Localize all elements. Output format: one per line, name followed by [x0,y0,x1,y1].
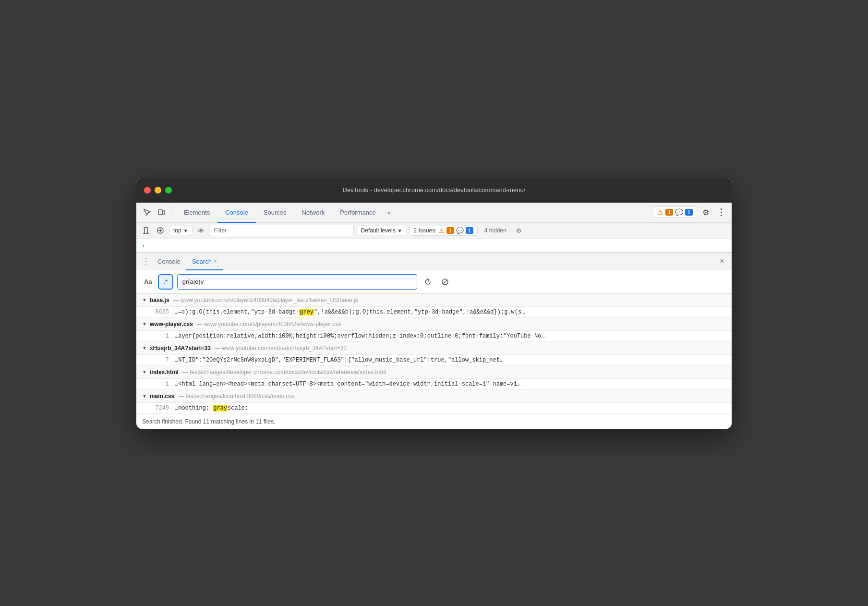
collapse-triangle-icon: ▼ [142,369,147,375]
panel-tabbar: ⋮ Console Search × × [136,253,732,270]
result-filename: base.js [150,297,169,303]
more-options-button[interactable]: ⋮ [714,206,728,219]
toolbar-divider-1 [171,206,171,218]
console-toolbar: top ▼ 👁 Default levels ▼ 2 Issues: ⚠ 1 💬… [136,223,732,239]
panel-dots-button[interactable]: ⋮ [140,255,152,267]
chat-icon: 💬 [675,208,683,216]
chevron-row: › [136,239,732,253]
result-file-url: — www.youtube.com/embed/xHusjrb_34A?star… [215,345,347,351]
search-input[interactable] [177,274,417,290]
line-number: 7249 [150,405,169,412]
issues-info-count: 1 [685,209,693,216]
cancel-search-button[interactable] [438,275,452,289]
eye-button[interactable]: 👁 [195,225,207,236]
devtools-window: DevTools - developer.chrome.com/docs/dev… [136,178,732,429]
result-line[interactable]: 1 …ayer{position:relative;width:100%;hei… [136,331,732,342]
collapse-triangle-icon: ▼ [142,345,147,351]
issues-badge[interactable]: ⚠ 1 💬 1 [653,206,697,218]
refresh-search-button[interactable] [421,275,434,289]
window-title: DevTools - developer.chrome.com/docs/dev… [343,186,526,194]
tab-elements[interactable]: Elements [176,203,217,223]
result-file-header-embed[interactable]: ▼ xHusjrb_34A?start=33 — www.youtube.com… [136,342,732,355]
filter-button[interactable] [155,225,166,236]
context-selector[interactable]: top ▼ [169,226,193,235]
line-text: …NT_ID":"2OeQYs2rNcSnW8yxpLgD","EXPERIME… [175,357,503,364]
result-line[interactable]: 7 …NT_ID":"2OeQYs2rNcSnW8yxpLgD","EXPERI… [136,355,732,366]
svg-rect-0 [158,210,162,215]
result-file-url: — www.youtube.com/s/player/c403842a/play… [173,297,358,303]
tab-network[interactable]: Network [294,203,333,223]
main-tab-bar: Elements Console Sources Network Perform… [176,203,395,222]
device-toggle-button[interactable] [155,206,168,219]
collapse-triangle-icon: ▼ [142,321,147,327]
tab-more-button[interactable]: » [384,203,395,222]
close-button[interactable] [144,187,151,194]
hidden-count: 4 hidden [481,226,510,235]
line-text: …moothing: grayscale; [175,405,248,412]
collapse-triangle-icon: ▼ [142,393,147,399]
warn-icon-mini: ⚠ [439,227,445,234]
maximize-button[interactable] [165,187,172,194]
use-regex-button[interactable]: .* [158,274,173,290]
svg-rect-1 [163,211,165,214]
panel-tab-search-close[interactable]: × [214,258,217,265]
line-text: …=c);g.O(this.element,"ytp-3d-badge-grey… [175,309,525,315]
console-issues-badge[interactable]: 2 Issues: ⚠ 1 💬 1 [410,226,478,236]
result-file-url: — tests/changes/developer.chrome.com/doc… [182,369,386,376]
result-filename: index.html [150,369,179,376]
dropdown-arrow-icon: ▼ [183,228,188,233]
traffic-lights [144,187,172,194]
result-filename: xHusjrb_34A?start=33 [150,345,211,351]
collapse-triangle-icon: ▼ [142,297,147,303]
match-case-button[interactable]: Aa [142,277,154,286]
result-file-header-maincss[interactable]: ▼ main.css — tests/changes/localhost:808… [136,390,732,403]
search-bar: Aa .* [136,270,732,294]
result-filename: main.css [150,393,174,400]
line-number: 1 [150,333,169,339]
inspect-element-button[interactable] [140,206,154,219]
search-results: ▼ base.js — www.youtube.com/s/player/c40… [136,294,732,429]
issues-warn-mini: 1 [446,227,454,234]
result-file-url: — www.youtube.com/s/player/c403842a/www-… [197,321,341,327]
result-line[interactable]: 8635 …=c);g.O(this.element,"ytp-3d-badge… [136,307,732,318]
filter-input[interactable] [210,225,354,236]
minimize-button[interactable] [155,187,161,194]
console-settings-button[interactable]: ⚙ [513,225,525,236]
issues-warn-count: 1 [665,209,673,216]
levels-dropdown[interactable]: Default levels ▼ [357,226,407,235]
search-panel: Aa .* [136,270,732,429]
tab-console[interactable]: Console [217,203,256,223]
levels-arrow-icon: ▼ [398,228,402,233]
tab-performance[interactable]: Performance [332,203,383,223]
issues-info-mini: 1 [466,227,473,234]
line-text: …<html lang=en><head><meta charset=UTF-8… [175,381,520,388]
panel-close-button[interactable]: × [716,255,728,267]
clear-console-button[interactable] [140,225,152,236]
result-file-header-wwwcss[interactable]: ▼ www-player.css — www.youtube.com/s/pla… [136,318,732,331]
tab-sources[interactable]: Sources [256,203,294,223]
result-file-url: — tests/changes/localhost:8080/css/main.… [178,393,294,400]
svg-line-6 [443,280,447,284]
info-icon-mini: 💬 [456,227,464,234]
panel-tab-search[interactable]: Search × [186,254,223,270]
line-number: 1 [150,381,169,388]
bottom-panel: ⋮ Console Search × × Aa .* [136,253,732,429]
result-file-header-basejs[interactable]: ▼ base.js — www.youtube.com/s/player/c40… [136,294,732,307]
expand-button[interactable]: › [142,242,145,249]
warn-icon: ⚠ [657,208,663,216]
line-number: 7 [150,357,169,364]
line-number: 8635 [150,309,169,315]
result-filename: www-player.css [150,321,193,327]
result-file-header-indexhtml[interactable]: ▼ index.html — tests/changes/developer.c… [136,366,732,379]
toolbar-right: ⚠ 1 💬 1 ⚙ ⋮ [653,206,728,219]
titlebar: DevTools - developer.chrome.com/docs/dev… [136,178,732,203]
result-line[interactable]: 1 …<html lang=en><head><meta charset=UTF… [136,379,732,390]
devtools-tabbar: Elements Console Sources Network Perform… [136,203,732,223]
search-status: Search finished. Found 11 matching lines… [136,414,732,429]
panel-tab-console[interactable]: Console [152,254,186,270]
line-text: …ayer{position:relative;width:100%;heigh… [175,333,545,339]
result-line[interactable]: 7249 …moothing: grayscale; [136,403,732,414]
settings-button[interactable]: ⚙ [699,206,712,219]
